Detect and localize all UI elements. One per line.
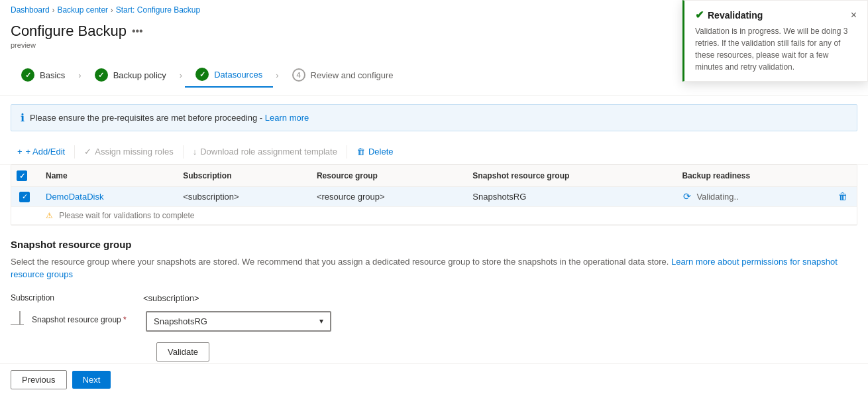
step-datasources-label: Datasources bbox=[214, 70, 262, 80]
next-button[interactable]: Next bbox=[72, 371, 111, 389]
download-template-button[interactable]: ↓ Download role assignment template bbox=[186, 143, 344, 160]
breadcrumb-backup-center[interactable]: Backup center bbox=[57, 5, 108, 15]
step-review-circle: 4 bbox=[292, 68, 305, 82]
table-row[interactable]: DemoDataDisk <subscription> <resource gr… bbox=[11, 187, 857, 207]
step-policy-label: Backup policy bbox=[113, 70, 166, 80]
check-icon: ✓ bbox=[84, 147, 91, 157]
toast-close-button[interactable]: × bbox=[851, 9, 857, 21]
snapshot-rg-row: Snapshot resource group SnapshotsRG ▾ bbox=[11, 311, 857, 332]
row-delete-icon[interactable]: 🗑 bbox=[838, 191, 847, 202]
row-checkbox[interactable] bbox=[19, 192, 30, 202]
step-review[interactable]: 4 Review and configure bbox=[282, 63, 404, 87]
download-icon: ↓ bbox=[193, 147, 197, 157]
previous-button[interactable]: Previous bbox=[11, 370, 67, 389]
col-snapshot-rg: Snapshot resource group bbox=[464, 165, 674, 187]
col-name: Name bbox=[38, 165, 175, 187]
snapshot-section-desc: Select the resource group where your sna… bbox=[11, 255, 857, 281]
delete-button[interactable]: 🗑 Delete bbox=[350, 143, 400, 160]
step-basics-label: Basics bbox=[40, 70, 65, 80]
form-section: Subscription <subscription> Snapshot res… bbox=[11, 289, 857, 362]
assign-roles-button[interactable]: ✓ Assign missing roles bbox=[78, 143, 180, 160]
add-edit-button[interactable]: + + Add/Edit bbox=[11, 143, 72, 160]
cell-resource-group: <resource group> bbox=[309, 187, 464, 207]
col-subscription: Subscription bbox=[175, 165, 309, 187]
col-resource-group: Resource group bbox=[309, 165, 464, 187]
datasources-table: Name Subscription Resource group Snapsho… bbox=[11, 165, 857, 225]
cell-snapshot-rg: SnapshotsRG bbox=[464, 187, 674, 207]
subscription-label: Subscription bbox=[11, 289, 143, 302]
warning-message: ⚠ Please wait for validations to complet… bbox=[38, 206, 857, 224]
bottom-bar: Previous Next bbox=[0, 363, 868, 396]
page-title: Configure Backup bbox=[11, 23, 127, 40]
step-datasources[interactable]: ✓ Datasources bbox=[185, 62, 273, 88]
cell-backup-readiness: Validating.. bbox=[674, 187, 830, 207]
step-policy-circle: ✓ bbox=[95, 68, 108, 82]
toolbar: + + Add/Edit ✓ Assign missing roles ↓ Do… bbox=[0, 139, 868, 165]
step-basics-circle: ✓ bbox=[21, 68, 34, 82]
info-icon: ℹ bbox=[21, 111, 25, 124]
step-review-label: Review and configure bbox=[311, 70, 394, 80]
dropdown-chevron-icon: ▾ bbox=[319, 316, 323, 326]
trash-icon: 🗑 bbox=[356, 147, 365, 157]
toast-body: Validation is in progress. We will be do… bbox=[695, 25, 857, 73]
step-backup-policy[interactable]: ✓ Backup policy bbox=[84, 63, 177, 87]
subscription-row: Subscription <subscription> bbox=[11, 289, 857, 303]
snapshot-section-title: Snapshot resource group bbox=[11, 239, 857, 250]
col-backup-readiness: Backup readiness bbox=[674, 165, 830, 187]
info-bar: ℹ Please ensure the pre-requisites are m… bbox=[11, 104, 857, 131]
breadcrumb-dashboard[interactable]: Dashboard bbox=[11, 5, 50, 15]
toast-title-text: Revalidating bbox=[708, 10, 763, 21]
info-message: Please ensure the pre-requisites are met… bbox=[30, 113, 309, 123]
toast-notification: ✔ Revalidating × Validation is in progre… bbox=[682, 0, 868, 82]
step-datasources-circle: ✓ bbox=[195, 68, 209, 81]
cell-name: DemoDataDisk bbox=[38, 187, 175, 207]
subscription-value: <subscription> bbox=[143, 289, 199, 303]
snapshot-rg-dropdown[interactable]: SnapshotsRG ▾ bbox=[146, 311, 331, 332]
breadcrumb-configure-backup[interactable]: Start: Configure Backup bbox=[116, 5, 200, 15]
toast-check-icon: ✔ bbox=[695, 9, 704, 21]
validating-spinner bbox=[682, 191, 692, 202]
learn-more-link[interactable]: Learn more bbox=[265, 113, 309, 123]
more-options-icon[interactable]: ••• bbox=[132, 25, 143, 37]
cell-subscription: <subscription> bbox=[175, 187, 309, 207]
step-basics[interactable]: ✓ Basics bbox=[11, 63, 76, 87]
snapshot-rg-value: SnapshotsRG bbox=[154, 316, 207, 326]
warning-row: ⚠ Please wait for validations to complet… bbox=[11, 206, 857, 224]
add-icon: + bbox=[17, 147, 23, 157]
validate-button[interactable]: Validate bbox=[156, 342, 209, 362]
datasources-table-container: Name Subscription Resource group Snapsho… bbox=[11, 165, 857, 226]
select-all-checkbox[interactable] bbox=[17, 170, 27, 181]
snapshot-rg-label: Snapshot resource group bbox=[32, 311, 164, 324]
warning-icon: ⚠ bbox=[46, 211, 53, 220]
